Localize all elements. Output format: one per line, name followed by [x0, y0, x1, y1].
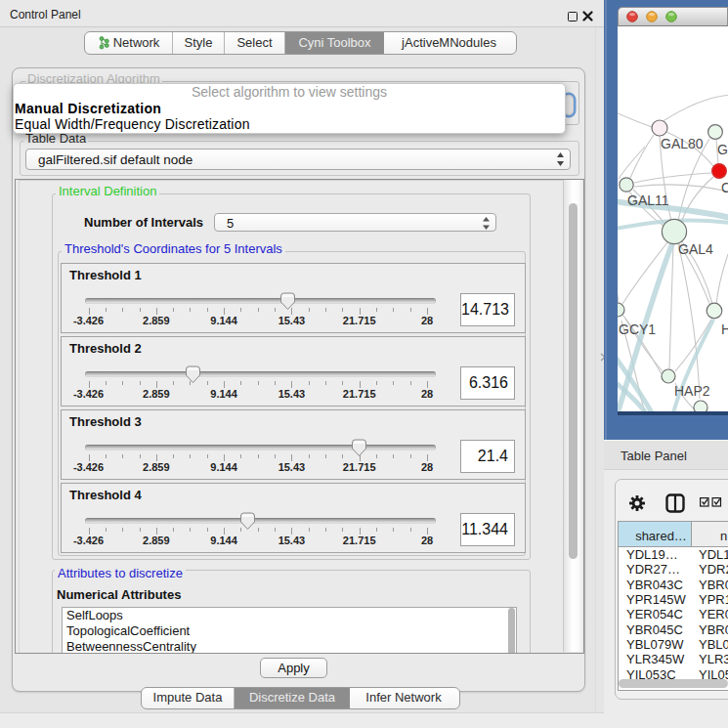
svg-text:GAL4: GAL4: [678, 241, 713, 257]
svg-text:HAP2: HAP2: [674, 383, 710, 399]
svg-text:GA: GA: [717, 142, 728, 157]
svg-text:GAL11: GAL11: [627, 193, 669, 208]
svg-text:C: C: [721, 180, 728, 195]
svg-text:GCY1: GCY1: [619, 321, 656, 337]
svg-text:H: H: [721, 321, 728, 337]
svg-text:GAL80: GAL80: [661, 136, 704, 151]
